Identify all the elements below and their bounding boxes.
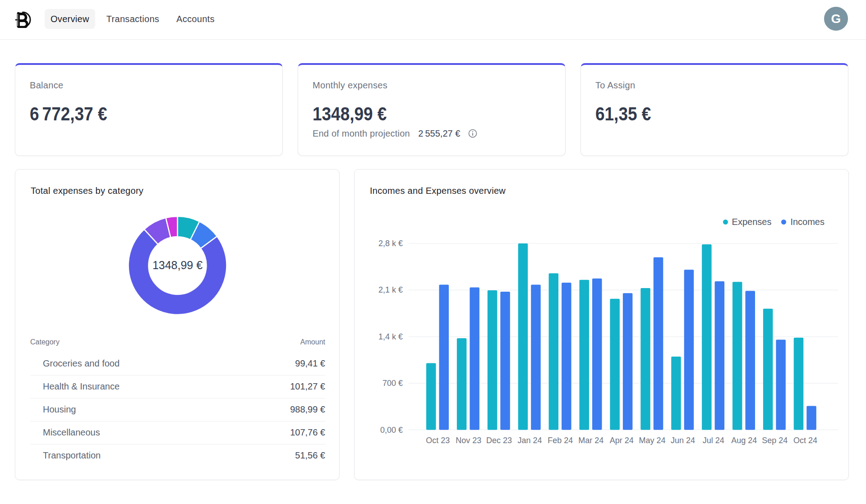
svg-text:Jul 24: Jul 24 xyxy=(703,436,724,445)
svg-text:Apr 24: Apr 24 xyxy=(610,436,634,445)
svg-text:Oct 23: Oct 23 xyxy=(426,436,450,445)
svg-text:1,4 k €: 1,4 k € xyxy=(378,332,403,341)
svg-text:Nov 23: Nov 23 xyxy=(456,436,481,445)
svg-text:2,8 k €: 2,8 k € xyxy=(378,239,403,248)
svg-text:0,00 €: 0,00 € xyxy=(380,426,403,435)
svg-text:Aug 24: Aug 24 xyxy=(731,436,757,445)
svg-text:Feb 24: Feb 24 xyxy=(548,436,573,445)
svg-text:700 €: 700 € xyxy=(382,379,403,388)
svg-text:Jun 24: Jun 24 xyxy=(671,436,695,445)
svg-text:Sep 24: Sep 24 xyxy=(762,436,788,445)
svg-text:2,1 k €: 2,1 k € xyxy=(378,285,403,294)
svg-text:1348,99 €: 1348,99 € xyxy=(152,259,203,271)
svg-text:Jan 24: Jan 24 xyxy=(517,436,542,445)
svg-text:Dec 23: Dec 23 xyxy=(486,436,512,445)
svg-text:Oct 24: Oct 24 xyxy=(793,436,817,445)
svg-text:May 24: May 24 xyxy=(639,436,666,445)
svg-text:Mar 24: Mar 24 xyxy=(578,436,603,445)
